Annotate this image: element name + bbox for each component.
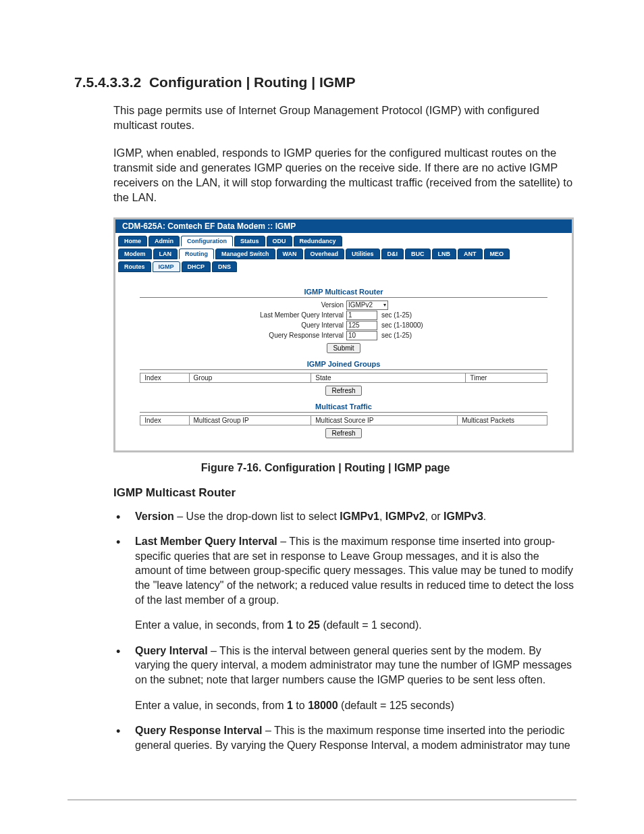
panel-title-joined: IGMP Joined Groups xyxy=(140,360,547,370)
heading-title: Configuration | Routing | IGMP xyxy=(149,74,356,90)
tab-routing[interactable]: Routing xyxy=(179,249,214,259)
chevron-down-icon: ▾ xyxy=(383,302,386,308)
tab-dns[interactable]: DNS xyxy=(212,261,237,272)
tab-overhead[interactable]: Overhead xyxy=(304,249,345,259)
tab-status[interactable]: Status xyxy=(234,236,265,246)
tab-admin[interactable]: Admin xyxy=(149,236,180,246)
term-query-interval: Query Interval xyxy=(135,645,208,656)
intro-paragraph-2: IGMP, when enabled, responds to IGMP que… xyxy=(74,145,576,205)
col-mt-group-ip: Multicast Group IP xyxy=(189,415,311,425)
tab-redundancy[interactable]: Redundancy xyxy=(294,236,342,246)
list-item-query-interval: Query Interval – This is the interval be… xyxy=(113,644,576,712)
list-item-last-member-qi-note: Enter a value, in seconds, from 1 to 25 … xyxy=(135,618,576,633)
submit-button[interactable]: Submit xyxy=(327,343,360,353)
input-query-response-interval[interactable]: 10 xyxy=(346,331,377,340)
refresh-button-joined[interactable]: Refresh xyxy=(325,386,361,396)
tab-ant[interactable]: ANT xyxy=(458,249,483,259)
col-index: Index xyxy=(140,373,189,382)
col-group: Group xyxy=(189,373,311,382)
col-mt-index: Index xyxy=(140,415,189,425)
tab-row-1: Home Admin Configuration Status ODU Redu… xyxy=(118,236,569,246)
hint-query-response-interval: sec (1-25) xyxy=(381,332,412,339)
tab-row-3: Routes IGMP DHCP DNS xyxy=(118,261,569,272)
figure-igmp-page: CDM-625A: Comtech EF Data Modem :: IGMP … xyxy=(113,217,574,452)
table-multicast-traffic: Index Multicast Group IP Multicast Sourc… xyxy=(140,415,547,425)
table-joined-groups: Index Group State Timer xyxy=(140,373,547,383)
panel-multicast-traffic: Multicast Traffic Index Multicast Group … xyxy=(140,402,547,438)
tab-routes[interactable]: Routes xyxy=(118,261,151,272)
panel-igmp-multicast-router: IGMP Multicast Router Version IGMPv2 ▾ L… xyxy=(140,288,547,353)
panel-igmp-joined-groups: IGMP Joined Groups Index Group State Tim… xyxy=(140,360,547,396)
tab-lan[interactable]: LAN xyxy=(153,249,178,259)
figure-tabs-area: Home Admin Configuration Status ODU Redu… xyxy=(115,233,572,272)
col-state: State xyxy=(311,373,466,382)
panel-title-router: IGMP Multicast Router xyxy=(140,288,547,298)
figure-titlebar: CDM-625A: Comtech EF Data Modem :: IGMP xyxy=(115,219,572,233)
panel-title-multicast: Multicast Traffic xyxy=(140,402,547,413)
heading-number: 7.5.4.3.3.2 xyxy=(74,74,141,90)
footer-rule xyxy=(68,800,576,800)
label-query-response-interval: Query Response Interval xyxy=(140,332,346,339)
hint-last-member-qi: sec (1-25) xyxy=(381,311,412,319)
tab-managed-switch[interactable]: Managed Switch xyxy=(215,249,275,259)
tab-row-2: Modem LAN Routing Managed Switch WAN Ove… xyxy=(118,249,569,259)
intro-paragraph-1: This page permits use of Internet Group … xyxy=(74,103,576,133)
tab-buc[interactable]: BUC xyxy=(405,249,431,259)
list-item-query-response-interval: Query Response Interval – This is the ma… xyxy=(113,723,576,752)
tab-igmp[interactable]: IGMP xyxy=(153,261,180,272)
tab-wan[interactable]: WAN xyxy=(277,249,303,259)
figure-body: IGMP Multicast Router Version IGMPv2 ▾ L… xyxy=(115,274,572,450)
refresh-button-multicast[interactable]: Refresh xyxy=(325,428,361,438)
tab-meo[interactable]: MEO xyxy=(484,249,510,259)
label-version: Version xyxy=(140,301,346,309)
hint-query-interval: sec (1-18000) xyxy=(381,321,423,329)
col-mt-packets: Multicast Packets xyxy=(458,415,547,425)
select-version[interactable]: IGMPv2 ▾ xyxy=(346,301,388,310)
tab-odu[interactable]: ODU xyxy=(267,236,292,246)
tab-modem[interactable]: Modem xyxy=(118,249,152,259)
tab-utilities[interactable]: Utilities xyxy=(346,249,380,259)
tab-home[interactable]: Home xyxy=(118,236,147,246)
tab-di[interactable]: D&I xyxy=(381,249,404,259)
col-mt-source-ip: Multicast Source IP xyxy=(311,415,458,425)
list-item-last-member-qi: Last Member Query Interval – This is the… xyxy=(113,534,576,633)
select-version-value: IGMPv2 xyxy=(348,301,373,309)
description-list: Version – Use the drop-down list to sele… xyxy=(74,509,576,753)
tab-lnb[interactable]: LNB xyxy=(432,249,457,259)
figure-caption: Figure 7-16. Configuration | Routing | I… xyxy=(74,462,576,474)
input-last-member-qi[interactable]: 1 xyxy=(346,311,377,320)
list-item-query-interval-note: Enter a value, in seconds, from 1 to 180… xyxy=(135,698,576,713)
term-last-member-qi: Last Member Query Interval xyxy=(135,536,277,547)
label-last-member-qi: Last Member Query Interval xyxy=(140,311,346,319)
label-query-interval: Query Interval xyxy=(140,321,346,329)
list-item-version: Version – Use the drop-down list to sele… xyxy=(113,509,576,524)
col-timer: Timer xyxy=(466,373,547,382)
tab-configuration[interactable]: Configuration xyxy=(181,236,233,246)
subsection-heading: IGMP Multicast Router xyxy=(113,486,576,500)
section-heading: 7.5.4.3.3.2 Configuration | Routing | IG… xyxy=(74,74,576,90)
input-query-interval[interactable]: 125 xyxy=(346,321,377,330)
term-query-response-interval: Query Response Interval xyxy=(135,725,263,736)
tab-dhcp[interactable]: DHCP xyxy=(182,261,211,272)
term-version: Version xyxy=(135,511,174,522)
